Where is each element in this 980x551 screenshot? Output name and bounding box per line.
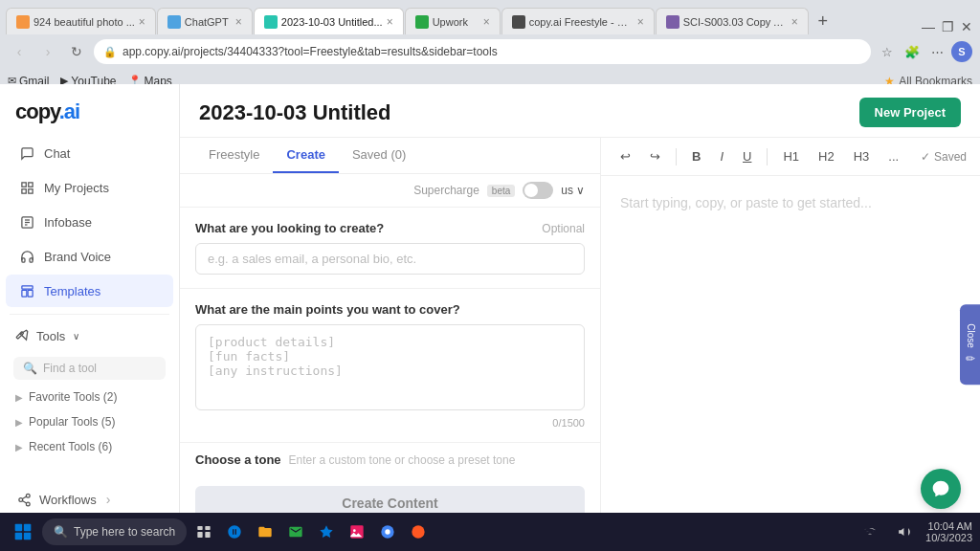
task-view-button[interactable] [190, 518, 217, 545]
more-button[interactable]: ... [882, 145, 904, 167]
forward-button[interactable]: › [36, 40, 59, 63]
close-button[interactable]: ✕ [959, 19, 974, 34]
undo-button[interactable]: ↩ [614, 145, 636, 167]
browser-tab-2[interactable]: ChatGPT × [157, 8, 253, 34]
tools-group-recent-label: Recent Tools (6) [29, 440, 112, 453]
firefox-taskbar-button[interactable] [405, 518, 432, 545]
explorer-taskbar-button[interactable] [252, 518, 278, 545]
freestyle-label: Freestyle [209, 147, 259, 162]
tab-close-4[interactable]: × [483, 15, 490, 29]
tools-group-popular-label: Popular Tools (5) [29, 415, 116, 429]
reload-button[interactable]: ↻ [65, 40, 88, 63]
taskbar-search[interactable]: 🔍 Type here to search [42, 518, 187, 545]
svg-rect-9 [21, 290, 26, 297]
sidebar-item-chat[interactable]: Chat [6, 137, 173, 169]
chat-icon [19, 145, 34, 161]
create-what-input[interactable] [195, 243, 585, 275]
svg-rect-1 [28, 182, 32, 186]
browser-tab-4[interactable]: Upwork × [405, 8, 501, 34]
sidebar-item-brand-voice[interactable]: Brand Voice [6, 240, 173, 273]
store-icon [319, 524, 334, 540]
tools-group-favorites-header[interactable]: ▶ Favorite Tools (2) [6, 386, 173, 408]
field-label-create: What are you looking to create? Optional [195, 221, 585, 235]
svg-rect-17 [24, 524, 32, 532]
h3-button[interactable]: H3 [848, 145, 876, 167]
profile-button[interactable]: S [951, 41, 972, 62]
sidebar-item-infobase[interactable]: Infobase [6, 206, 173, 238]
maximize-button[interactable]: ❐ [940, 19, 955, 34]
store-taskbar-button[interactable] [313, 518, 340, 545]
tab-close-3[interactable]: × [387, 15, 393, 29]
supercharge-toggle[interactable] [523, 182, 553, 199]
tab-close-1[interactable]: × [139, 15, 145, 29]
saved-tab-label: Saved (0) [352, 147, 406, 162]
language-selector[interactable]: us ∨ [561, 184, 585, 197]
tab-create[interactable]: Create [273, 138, 338, 173]
tab-close-6[interactable]: × [791, 15, 798, 29]
firefox-icon [411, 524, 426, 540]
tools-group-popular-header[interactable]: ▶ Popular Tools (5) [6, 410, 173, 433]
tools-group-popular: ▶ Popular Tools (5) [6, 410, 173, 433]
toggle-knob [524, 184, 538, 197]
field-label-points: What are the main points you want to cov… [195, 302, 585, 317]
photos-taskbar-button[interactable] [344, 518, 370, 545]
chrome-taskbar-button[interactable] [374, 518, 401, 545]
brand-voice-icon [19, 249, 34, 264]
svg-line-15 [22, 496, 26, 498]
redo-button[interactable]: ↪ [644, 145, 666, 167]
tab-favicon-3 [264, 15, 278, 29]
back-button[interactable]: ‹ [8, 40, 31, 63]
edge-taskbar-button[interactable] [221, 518, 248, 545]
volume-icon[interactable] [891, 518, 918, 545]
h2-button[interactable]: H2 [813, 145, 840, 167]
browser-tab-5[interactable]: copy.ai Freestyle - G... × [501, 8, 655, 34]
new-project-button[interactable]: New Project [859, 98, 961, 127]
search-glass-icon: 🔍 [54, 525, 68, 539]
tab-saved[interactable]: Saved (0) [339, 138, 419, 173]
tab-title-1: 924 beautiful photo ... [33, 16, 135, 28]
network-icon[interactable] [857, 518, 883, 545]
h1-button[interactable]: H1 [777, 145, 805, 167]
language-value: us [561, 184, 573, 197]
tab-title-6: SCI-S003.03 Copy Ai... [683, 16, 788, 28]
char-count: 0/1500 [195, 417, 585, 429]
floating-chat-button[interactable] [921, 469, 961, 509]
minimize-button[interactable]: — [921, 19, 936, 34]
nav-bar: ‹ › ↻ 🔒 app.copy.ai/projects/34404333?to… [0, 34, 980, 69]
new-tab-button[interactable]: + [810, 8, 836, 34]
sidebar-item-my-projects[interactable]: My Projects [6, 171, 173, 204]
sidebar-divider [10, 314, 169, 315]
tab-close-2[interactable]: × [235, 15, 242, 29]
bookmark-star-icon[interactable]: ☆ [877, 41, 898, 62]
tab-close-5[interactable]: × [637, 15, 644, 29]
search-input[interactable] [43, 362, 179, 375]
more-icon[interactable]: ⋯ [926, 41, 947, 62]
svg-point-28 [412, 525, 424, 538]
logo-text: copy.ai [15, 99, 79, 123]
tone-input[interactable] [289, 453, 585, 467]
extensions-icon[interactable]: 🧩 [902, 41, 923, 62]
tools-group-recent-header[interactable]: ▶ Recent Tools (6) [6, 435, 173, 458]
address-bar[interactable]: 🔒 app.copy.ai/projects/34404333?tool=Fre… [94, 39, 871, 64]
tone-row: Choose a tone [180, 443, 600, 476]
browser-tab-6[interactable]: SCI-S003.03 Copy Ai... × [656, 8, 809, 34]
bold-button[interactable]: B [686, 145, 706, 167]
mail-taskbar-button[interactable] [282, 518, 309, 545]
svg-rect-10 [28, 290, 33, 297]
tool-search-box[interactable]: 🔍 [13, 357, 166, 380]
browser-nav-icons: ☆ 🧩 ⋯ S [877, 41, 972, 62]
tools-header[interactable]: Tools ∨ [6, 320, 173, 351]
italic-button[interactable]: I [714, 145, 729, 167]
underline-button[interactable]: U [737, 145, 757, 167]
close-panel-button[interactable]: Close ✏ [960, 304, 980, 385]
browser-tab-1[interactable]: 924 beautiful photo ... × [6, 8, 156, 34]
start-button[interactable] [8, 517, 38, 547]
editor-placeholder[interactable]: Start typing, copy, or paste to get star… [601, 176, 980, 521]
workflows-item[interactable]: Workflows › [8, 484, 171, 515]
svg-rect-8 [21, 285, 32, 288]
browser-tab-3[interactable]: 2023-10-03 Untitled... × [254, 8, 404, 34]
sidebar-item-templates[interactable]: Templates [6, 275, 173, 307]
sidebar-brand-voice-label: Brand Voice [44, 250, 111, 264]
main-points-textarea[interactable]: [product details] [fun facts] [any instr… [195, 324, 585, 410]
workflows-label: Workflows [39, 493, 97, 507]
